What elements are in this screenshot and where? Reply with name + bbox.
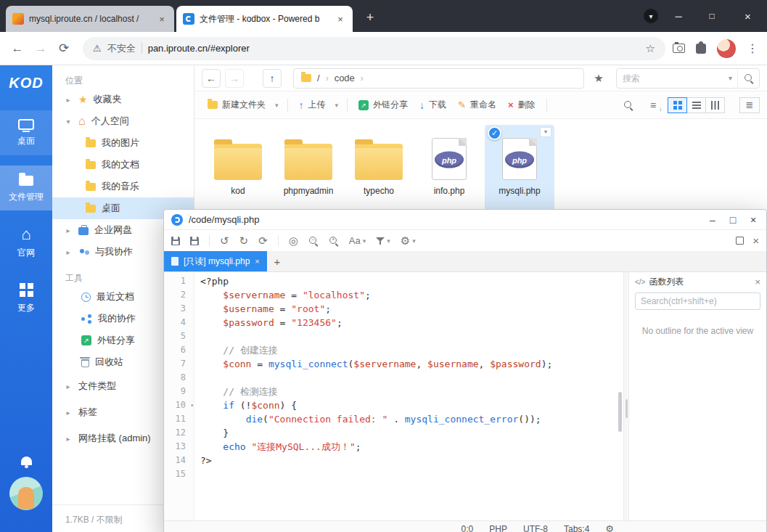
tree-item-personal[interactable]: ▾⌂个人空间 (52, 110, 194, 132)
chevron-right-icon[interactable]: ▸ (64, 409, 73, 417)
encoding[interactable]: UTF-8 (523, 524, 548, 532)
status-gear-icon[interactable]: ⚙ (605, 523, 614, 532)
nav-item-official-site[interactable]: ⌂ 官网 (0, 221, 52, 266)
save-icon[interactable] (171, 237, 180, 245)
close-editor-tab-icon[interactable]: × (255, 257, 259, 266)
search-options-caret-icon[interactable]: ▾ (723, 74, 737, 82)
favorite-path-star-icon[interactable]: ★ (588, 68, 609, 89)
save-as-icon[interactable] (190, 237, 199, 245)
nav-item-more[interactable]: 更多 (0, 276, 52, 321)
history-forward-button[interactable]: → (225, 69, 244, 88)
font-size-dropdown[interactable]: Aa▾ (349, 235, 366, 246)
code-editor[interactable]: 12345678910▾1112131415 <?php $servername… (164, 272, 623, 520)
file-item[interactable]: phpmyadmin (274, 125, 343, 210)
action-upload-button[interactable]: ↑上传 (293, 95, 332, 115)
file-item[interactable]: phpmysqli.php✓▾ (485, 125, 554, 210)
fullscreen-icon[interactable] (736, 237, 744, 245)
chevron-right-icon[interactable]: ▸ (64, 435, 73, 443)
url-text[interactable]: pan.iproute.cn/#explorer (148, 43, 250, 54)
bookmark-star-icon[interactable]: ☆ (646, 42, 655, 55)
parent-folder-button[interactable]: ↑ (263, 69, 282, 88)
editor-close-button[interactable]: × (743, 211, 763, 229)
extensions-puzzle-icon[interactable] (696, 44, 706, 54)
browser-menu-icon[interactable]: ⋮ (747, 41, 758, 55)
close-tab-icon[interactable]: × (335, 14, 346, 25)
breadcrumb-root[interactable]: / (317, 73, 320, 83)
view-detail-button[interactable] (705, 97, 725, 113)
list-settings-button[interactable]: ≣ (739, 97, 760, 113)
screenshot-extension-icon[interactable] (673, 44, 685, 53)
outline-search-input[interactable] (636, 293, 760, 309)
code-lines[interactable]: <?php $servername = "localhost"; $userna… (194, 272, 623, 520)
search-input[interactable] (617, 73, 723, 83)
window-minimize-button[interactable]: ─ (662, 0, 695, 32)
browser-forward-button[interactable]: → (29, 37, 52, 60)
nav-item-file-manager[interactable]: 文件管理 (0, 165, 52, 210)
caret-down-icon[interactable]: ▾ (332, 102, 343, 109)
nav-item-desktop[interactable]: 桌面 (0, 110, 52, 155)
window-maximize-button[interactable]: □ (695, 0, 729, 32)
caret-down-icon[interactable]: ▾ (271, 102, 282, 109)
chevron-right-icon[interactable]: ▸ (64, 382, 73, 390)
editor-tab-mysqli[interactable]: [只读] mysqli.php × (164, 251, 267, 271)
close-tab-icon[interactable]: × (156, 14, 168, 25)
locate-icon[interactable]: ◎ (289, 235, 298, 246)
selected-check-icon[interactable]: ✓ (488, 126, 501, 140)
history-back-button[interactable]: ← (202, 69, 221, 88)
action-share-button[interactable]: ↗外链分享 (353, 95, 414, 115)
action-download-button[interactable]: ↓下载 (414, 95, 452, 115)
chevron-right-icon[interactable]: ▸ (64, 226, 73, 234)
browser-tab-kodbox[interactable]: 文件管理 - kodbox - Powered b × (176, 6, 353, 32)
refresh-icon[interactable]: ⟳ (258, 235, 268, 246)
zoom-in-icon[interactable]: + (329, 236, 339, 246)
tab-search-button[interactable]: ▾ (644, 9, 658, 23)
chevron-right-icon[interactable]: ▸ (64, 96, 73, 104)
tree-item-pictures[interactable]: 我的图片 (52, 132, 194, 154)
tree-item-music[interactable]: 我的音乐 (52, 176, 194, 197)
search-button[interactable] (737, 69, 759, 88)
zoom-button[interactable] (619, 97, 638, 113)
panel-close-icon[interactable]: × (752, 235, 759, 246)
kod-logo[interactable]: KOD (0, 65, 52, 100)
editor-titlebar[interactable]: /code/mysqli.php – □ × (164, 210, 766, 230)
filter-dropdown[interactable]: ▾ (376, 237, 390, 245)
chevron-down-icon[interactable]: ▾ (64, 118, 73, 126)
sort-button[interactable]: ≡↓ (644, 97, 663, 113)
new-tab-button[interactable]: + (361, 8, 380, 27)
user-avatar[interactable] (9, 477, 43, 510)
cursor-position[interactable]: 0:0 (462, 524, 474, 532)
close-panel-icon[interactable]: × (755, 277, 760, 287)
redo-icon[interactable]: ↻ (239, 235, 249, 246)
notification-bell-button[interactable] (0, 457, 52, 465)
file-item[interactable]: typecho (344, 125, 414, 210)
address-bar[interactable]: ⚠ 不安全 pan.iproute.cn/#explorer ☆ (83, 37, 665, 60)
editor-settings-dropdown[interactable]: ⚙▾ (401, 235, 416, 246)
chevron-right-icon[interactable]: ▸ (64, 248, 73, 256)
action-new-folder-button[interactable]: 新建文件夹 (202, 95, 271, 115)
window-close-button[interactable]: × (729, 0, 767, 32)
browser-profile-avatar[interactable] (717, 39, 736, 58)
zoom-out-icon[interactable]: – (308, 236, 319, 246)
file-item[interactable]: kod (203, 125, 273, 210)
view-list-button[interactable] (686, 97, 706, 113)
breadcrumb[interactable]: / › code › (293, 68, 584, 89)
browser-back-button[interactable]: ← (6, 37, 29, 60)
tab-size[interactable]: Tabs:4 (564, 524, 589, 532)
action-delete-button[interactable]: ×删除 (502, 95, 541, 115)
file-item[interactable]: phpinfo.php (414, 125, 484, 210)
breadcrumb-current[interactable]: code (335, 73, 355, 83)
editor-scrollbar[interactable] (618, 392, 622, 432)
browser-tab-mysql[interactable]: mysql.iproute.cn / localhost / × (6, 6, 174, 32)
editor-minimize-button[interactable]: – (702, 211, 723, 229)
editor-maximize-button[interactable]: □ (723, 211, 743, 229)
view-grid-button[interactable] (668, 97, 687, 113)
action-rename-button[interactable]: ✎重命名 (452, 95, 502, 115)
panel-splitter[interactable] (623, 272, 629, 520)
item-menu-caret-icon[interactable]: ▾ (540, 127, 551, 137)
browser-reload-button[interactable]: ⟳ (52, 37, 75, 60)
language-mode[interactable]: PHP (489, 524, 507, 532)
fold-icon[interactable]: ▾ (190, 398, 194, 412)
tree-item-documents[interactable]: 我的文档 (52, 154, 194, 176)
tree-item-favorites[interactable]: ▸★收藏夹 (52, 89, 194, 110)
new-editor-tab-button[interactable]: + (267, 251, 287, 271)
